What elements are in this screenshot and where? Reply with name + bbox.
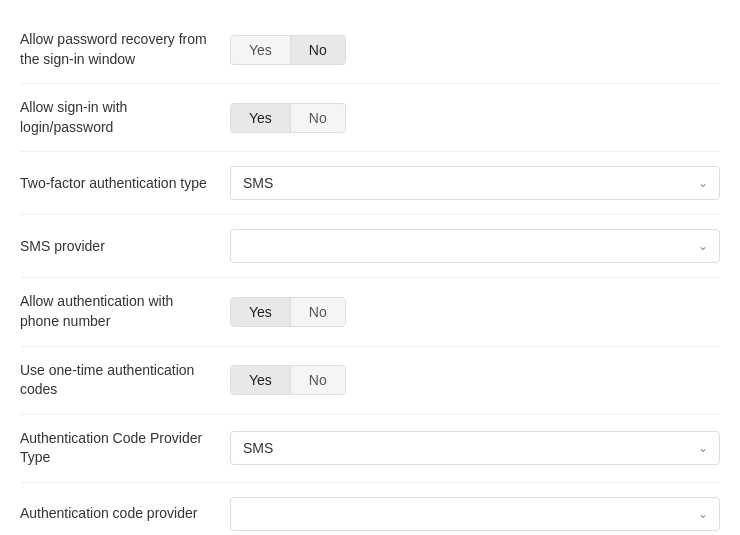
toggle-btn-password-recovery-no[interactable]: No [291,36,345,64]
row-auth-code-provider: Authentication code provider⌄ [20,483,720,535]
row-sms-provider: SMS provider⌄ [20,215,720,278]
row-two-factor-type: Two-factor authentication typeSMSEmailAu… [20,152,720,215]
label-sms-provider: SMS provider [20,237,230,257]
select-wrapper-sms-provider: ⌄ [230,229,720,263]
row-one-time-codes: Use one-time authentication codesYesNo [20,347,720,415]
toggle-btn-password-recovery-yes[interactable]: Yes [231,36,291,64]
label-password-recovery: Allow password recovery from the sign-in… [20,30,230,69]
toggle-btn-one-time-codes-no[interactable]: No [291,366,345,394]
toggle-group-sign-in-login: YesNo [230,103,346,133]
select-auth-code-provider[interactable] [230,497,720,531]
control-two-factor-type: SMSEmailAuthenticator App⌄ [230,166,720,200]
control-auth-code-provider-type: SMSEmailAuthenticator App⌄ [230,431,720,465]
select-wrapper-auth-code-provider-type: SMSEmailAuthenticator App⌄ [230,431,720,465]
label-auth-code-provider: Authentication code provider [20,504,230,524]
label-auth-phone: Allow authentication with phone number [20,292,230,331]
select-two-factor-type[interactable]: SMSEmailAuthenticator App [230,166,720,200]
control-sms-provider: ⌄ [230,229,720,263]
select-wrapper-auth-code-provider: ⌄ [230,497,720,531]
label-one-time-codes: Use one-time authentication codes [20,361,230,400]
select-auth-code-provider-type[interactable]: SMSEmailAuthenticator App [230,431,720,465]
label-two-factor-type: Two-factor authentication type [20,174,230,194]
row-sign-in-login: Allow sign-in with login/passwordYesNo [20,84,720,152]
control-auth-phone: YesNo [230,297,720,327]
toggle-btn-one-time-codes-yes[interactable]: Yes [231,366,291,394]
toggle-group-auth-phone: YesNo [230,297,346,327]
row-auth-phone: Allow authentication with phone numberYe… [20,278,720,346]
toggle-btn-auth-phone-no[interactable]: No [291,298,345,326]
toggle-group-one-time-codes: YesNo [230,365,346,395]
select-wrapper-two-factor-type: SMSEmailAuthenticator App⌄ [230,166,720,200]
toggle-btn-sign-in-login-no[interactable]: No [291,104,345,132]
label-sign-in-login: Allow sign-in with login/password [20,98,230,137]
control-auth-code-provider: ⌄ [230,497,720,531]
toggle-group-password-recovery: YesNo [230,35,346,65]
label-auth-code-provider-type: Authentication Code Provider Type [20,429,230,468]
row-auth-code-provider-type: Authentication Code Provider TypeSMSEmai… [20,415,720,483]
settings-container: Allow password recovery from the sign-in… [20,16,720,535]
toggle-btn-auth-phone-yes[interactable]: Yes [231,298,291,326]
control-sign-in-login: YesNo [230,103,720,133]
toggle-btn-sign-in-login-yes[interactable]: Yes [231,104,291,132]
control-one-time-codes: YesNo [230,365,720,395]
control-password-recovery: YesNo [230,35,720,65]
select-sms-provider[interactable] [230,229,720,263]
row-password-recovery: Allow password recovery from the sign-in… [20,16,720,84]
